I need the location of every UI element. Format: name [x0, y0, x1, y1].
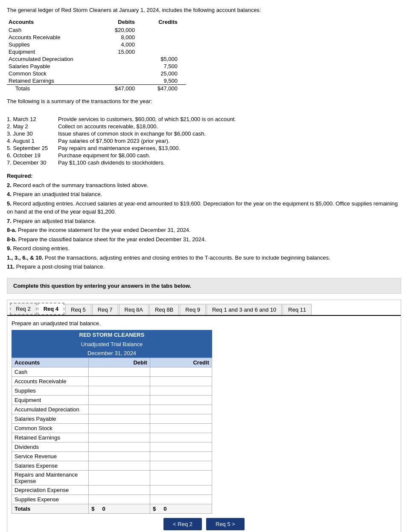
trial-credit-input[interactable] [153, 369, 209, 375]
trial-debit-input[interactable] [91, 444, 147, 450]
trial-company: RED STORM CLEANERS [12, 330, 212, 340]
ob-account: Retained Earnings [7, 77, 101, 85]
ob-debit: 8,000 [101, 34, 143, 41]
trial-credit-cell[interactable] [150, 395, 212, 405]
req-text: Prepare a post-closing trial balance. [15, 263, 105, 270]
trial-debit-cell[interactable] [89, 451, 150, 461]
trial-debit-cell[interactable] [89, 376, 150, 386]
trial-credit-cell[interactable] [150, 494, 212, 504]
trial-account: Accumulated Depreciation [12, 405, 89, 414]
trial-debit-input[interactable] [91, 406, 147, 413]
trial-credit-cell[interactable] [150, 451, 212, 461]
trial-balance-table: Accounts Debit Credit Cash Accounts Rece… [12, 358, 212, 514]
trial-debit-cell[interactable] [89, 395, 150, 405]
next-button[interactable]: Req 5 > [206, 518, 245, 530]
trial-credit-input[interactable] [153, 378, 209, 385]
trial-credit-input[interactable] [153, 487, 209, 493]
transaction-item: 7. December 30 Pay $1,100 cash dividends… [7, 159, 401, 166]
tab-req4[interactable]: Req 4 [38, 303, 64, 315]
trial-debit-cell[interactable] [89, 442, 150, 451]
trial-credit-input[interactable] [153, 444, 209, 450]
trial-credit-cell[interactable] [150, 442, 212, 451]
tab-req7[interactable]: Req 7 [92, 304, 118, 315]
req-text: Record closing entries. [12, 245, 70, 252]
ob-debit: 4,000 [101, 41, 143, 48]
trans-num: 6. October 19 [7, 152, 58, 159]
trial-debit-cell[interactable] [89, 485, 150, 494]
trial-debit-input[interactable] [91, 474, 147, 481]
required-item: 7. Prepare an adjusted trial balance. [7, 217, 401, 226]
transactions-list: 1. March 12 Provide services to customer… [7, 116, 401, 166]
trial-credit-input[interactable] [153, 463, 209, 469]
trial-debit-cell[interactable] [89, 423, 150, 433]
trial-debit-cell[interactable] [89, 470, 150, 485]
trial-credit-cell[interactable] [150, 485, 212, 494]
trial-credit-cell[interactable] [150, 470, 212, 485]
req-text: Prepare the classified balance sheet for… [17, 236, 206, 243]
trans-desc: Issue shares of common stock in exchange… [58, 130, 401, 137]
trial-credit-cell[interactable] [150, 386, 212, 395]
trial-debit-cell[interactable] [89, 461, 150, 470]
transaction-item: 6. October 19 Purchase equipment for $8,… [7, 152, 401, 159]
ob-credit: 7,500 [143, 63, 186, 70]
trial-row: Salaries Expense [12, 461, 212, 470]
trial-debit-cell[interactable] [89, 433, 150, 442]
tab-req8a[interactable]: Req 8A [119, 304, 149, 315]
tab-req2[interactable]: Req 2 [10, 303, 37, 315]
tab-req11[interactable]: Req 11 [283, 304, 312, 315]
trial-credit-cell[interactable] [150, 367, 212, 376]
trial-debit-input[interactable] [91, 397, 147, 403]
ob-debit [101, 70, 143, 77]
trial-debit-input[interactable] [91, 425, 147, 431]
trial-credit-input[interactable] [153, 496, 209, 503]
tab-req5[interactable]: Req 5 [65, 304, 91, 315]
trial-debit-input[interactable] [91, 387, 147, 394]
trial-credit-cell[interactable] [150, 423, 212, 433]
trial-debit-input[interactable] [91, 378, 147, 385]
trial-debit-input[interactable] [91, 369, 147, 375]
required-title: Required: [7, 173, 33, 179]
trial-debit-cell[interactable] [89, 494, 150, 504]
ob-account: Salaries Payable [7, 63, 101, 70]
trial-debit-input[interactable] [91, 416, 147, 422]
trial-credit-cell[interactable] [150, 433, 212, 442]
ob-row: Cash $20,000 [7, 26, 186, 34]
trial-debit-input[interactable] [91, 434, 147, 441]
ob-row: Equipment 15,000 [7, 48, 186, 55]
tab-req9[interactable]: Req 9 [180, 304, 206, 315]
transaction-item: 5. September 25 Pay repairs and maintena… [7, 145, 401, 151]
tab-req8b[interactable]: Req 8B [149, 304, 179, 315]
trial-credit-input[interactable] [153, 425, 209, 431]
trial-account: Accounts Receivable [12, 376, 89, 386]
tab-req1310[interactable]: Req 1 and 3 and 6 and 10 [207, 304, 282, 315]
trial-debit-cell[interactable] [89, 405, 150, 414]
ob-debit: 15,000 [101, 48, 143, 55]
trial-debit-cell[interactable] [89, 414, 150, 423]
trial-debit-cell[interactable] [89, 386, 150, 395]
trans-desc: Purchase equipment for $8,000 cash. [58, 152, 401, 159]
totals-label: Totals [7, 85, 101, 93]
trial-credit-input[interactable] [153, 434, 209, 441]
col-header-accounts: Accounts [7, 18, 101, 26]
totals-credit: $47,000 [143, 85, 186, 93]
trial-credit-input[interactable] [153, 387, 209, 394]
trial-credit-cell[interactable] [150, 461, 212, 470]
trial-credit-cell[interactable] [150, 414, 212, 423]
trial-debit-input[interactable] [91, 463, 147, 469]
ob-row: Accounts Receivable 8,000 [7, 34, 186, 41]
trial-credit-cell[interactable] [150, 376, 212, 386]
trans-num: 1. March 12 [7, 116, 58, 122]
trial-account: Supplies Expense [12, 494, 89, 504]
trial-credit-input[interactable] [153, 416, 209, 422]
trial-debit-input[interactable] [91, 453, 147, 460]
trial-credit-input[interactable] [153, 406, 209, 413]
prev-button[interactable]: < Req 2 [163, 518, 202, 530]
trial-debit-cell[interactable] [89, 367, 150, 376]
trial-debit-input[interactable] [91, 487, 147, 493]
trans-desc: Collect on accounts receivable, $18,000. [58, 123, 401, 130]
trial-credit-input[interactable] [153, 453, 209, 460]
trial-debit-input[interactable] [91, 496, 147, 503]
trial-credit-cell[interactable] [150, 405, 212, 414]
trial-credit-input[interactable] [153, 397, 209, 403]
trial-credit-input[interactable] [153, 474, 209, 481]
